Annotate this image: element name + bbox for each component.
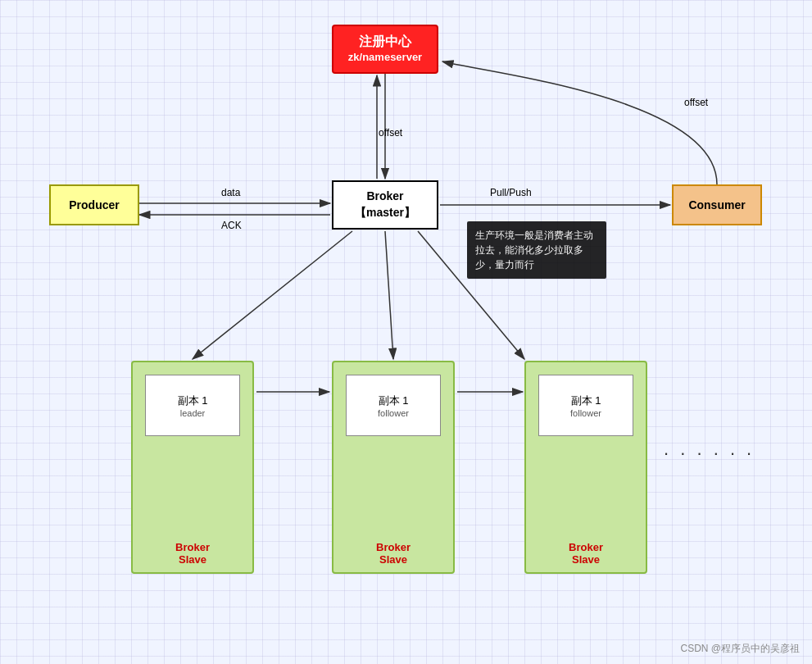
label-ack: ACK — [221, 220, 242, 231]
label-offset-top: offset — [379, 127, 402, 139]
broker-line2: 【master】 — [355, 205, 415, 221]
broker-slave-label-1: Broker Slave — [133, 541, 252, 566]
label-pull-push: Pull/Push — [490, 187, 532, 198]
annotation-text: 生产环境一般是消费者主动拉去，能消化多少拉取多少，量力而行 — [475, 230, 593, 271]
label-data: data — [221, 187, 240, 198]
replica-box-1: 副本 1 leader — [145, 375, 240, 436]
svg-line-8 — [385, 231, 393, 359]
watermark: CSDN @程序员中的吴彦祖 — [680, 642, 800, 656]
broker-slave-3: 副本 1 follower Broker Slave — [524, 361, 647, 574]
node-consumer: Consumer — [672, 184, 762, 225]
replica-title-3: 副本 1 — [571, 393, 601, 408]
replica-title-1: 副本 1 — [178, 393, 208, 408]
broker-slave-label-2: Broker Slave — [333, 541, 453, 566]
ellipsis: · · · · · · — [664, 443, 755, 464]
producer-label: Producer — [69, 198, 119, 211]
broker-slave-2: 副本 1 follower Broker Slave — [332, 361, 455, 574]
label-offset-right: offset — [684, 97, 708, 108]
broker-line1: Broker — [355, 189, 415, 205]
registry-line2: zk/nameserver — [348, 51, 422, 65]
diagram-container: 注册中心 zk/nameserver Broker 【master】 Produ… — [0, 0, 812, 664]
broker-slave-1: 副本 1 leader Broker Slave — [131, 361, 254, 574]
consumer-label: Consumer — [688, 198, 745, 211]
replica-box-3: 副本 1 follower — [538, 375, 633, 436]
node-registry: 注册中心 zk/nameserver — [332, 25, 438, 74]
replica-role-2: follower — [378, 408, 409, 418]
annotation-box: 生产环境一般是消费者主动拉去，能消化多少拉取多少，量力而行 — [467, 221, 606, 279]
replica-role-3: follower — [570, 408, 601, 418]
replica-box-2: 副本 1 follower — [346, 375, 441, 436]
node-broker: Broker 【master】 — [332, 180, 438, 230]
svg-line-7 — [193, 231, 352, 359]
broker-slave-label-3: Broker Slave — [526, 541, 646, 566]
replica-role-1: leader — [180, 408, 206, 418]
registry-line1: 注册中心 — [348, 34, 422, 51]
replica-title-2: 副本 1 — [379, 393, 409, 408]
node-producer: Producer — [49, 184, 139, 225]
